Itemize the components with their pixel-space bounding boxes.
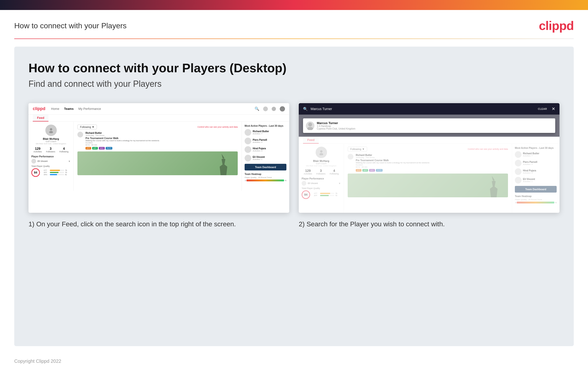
search-input-text-2[interactable]: Marcus Turner [311,107,535,111]
clear-button-2[interactable]: CLEAR [538,107,547,110]
quality-score-1: 84 [31,168,40,177]
search-icon[interactable]: 🔍 [255,107,259,111]
svg-point-4 [320,150,323,153]
tag-ott-1: OTT [86,147,91,149]
app-logo-1: clippd [33,106,45,111]
search-result-info-2: Marcus Turner 1-5 Handicap Cypress Point… [317,121,355,130]
feed-tab-2: Feed [303,137,319,144]
profile-club-2: Mill Ride Golf Club, United Kingdom [302,165,341,167]
panel-2: 🔍 Marcus Turner CLEAR ✕ Marcus Turner 1-… [299,103,560,229]
pp-select-2: Eli Vincent [308,182,337,184]
quality-score-2: 84 [302,190,310,199]
svg-point-3 [307,127,313,130]
search-result-sub2-2: Cypress Point Club, United Kingdom [317,128,355,130]
app-left-panel-1: Blair McHarg Golf Coach Mill Ride Golf C… [28,122,74,191]
tag-putt-1: PUTT [106,147,112,149]
bar-app-1: APP 70 [44,172,67,173]
tag-arg-1: ARG [99,147,105,149]
svg-point-2 [308,123,312,127]
player-perf-avatar-1 [31,159,36,164]
search-result-item[interactable]: Marcus Turner 1-5 Handicap Cypress Point… [303,118,555,133]
profile-stats-1: 129Activities 3Followers 4Following [31,147,70,153]
list-name-3: Hiral Pujara [253,147,266,150]
header-divider [14,38,574,39]
app-right-2: Most Active Players - Last 30 days Richa… [512,144,560,213]
app-body-1: Blair McHarg Golf Coach Mill Ride Golf C… [28,122,289,191]
caption-2: 2) Search for the Player you wish to con… [299,220,560,229]
player-perf-select-1[interactable]: Eli Vincent [37,160,67,162]
app-right-panel-1: Most Active Players - Last 30 days Richa… [242,122,289,191]
pp-avatar-2 [302,181,306,186]
activity-desc-1: Walking the course with my coach to buil… [86,139,160,142]
app-middle-2: Following ▼ Control who can see your act… [344,144,512,213]
profile-name-2: Blair McHarg [302,159,341,162]
dimmed-app-body-2: Feed Blair McHarg Golf Coach Mill Ri [299,137,560,213]
duration-label-1: Duration [86,142,160,144]
list-act-2: Activities: 4 [253,141,267,143]
copyright-text: Copyright Clippd 2022 [14,359,61,364]
top-gradient-bar [0,0,588,10]
activities-count-1: 129 [34,147,42,150]
dropdown-arrow-1[interactable]: ▼ [68,160,70,163]
list-avatar-3 [245,146,251,153]
list-act-1: Activities: 7 [253,133,269,135]
nav-link-teams[interactable]: Teams [64,107,74,110]
settings-icon[interactable] [272,107,276,111]
main-content-area: How to connect with your Players (Deskto… [14,46,574,346]
activity-sub-1: Yesterday · The Grove [86,134,160,137]
profile-role-2: Golf Coach [302,162,341,165]
quality-bars-2: OTT79 APP70 [314,193,337,197]
nav-link-myperformance[interactable]: My Performance [78,107,101,110]
most-active-title-1: Most Active Players - Last 30 days [245,125,286,127]
team-heatmap-title-1: Team Heatmap [245,173,286,175]
app-body-2: Blair McHarg Golf Coach Mill Ride Golf C… [299,144,560,213]
quality-label-1: Total Player Quality [31,165,70,167]
close-button-2[interactable]: ✕ [552,106,555,111]
profile-card-2: Blair McHarg Golf Coach Mill Ride Golf C… [302,147,341,175]
list-act-3: Activities: 3 [253,150,266,152]
search-result-sub1-2: 1-5 Handicap [317,125,355,128]
team-dashboard-btn-1[interactable]: Team Dashboard [245,164,286,170]
bar-ott-1: OTT 79 [44,169,67,171]
avatar-1 [45,125,57,136]
profile-card-1: Blair McHarg Golf Coach Mill Ride Golf C… [31,125,70,153]
list-act-4: Activities: 1 [253,158,265,160]
list-item-4: Eli VincentActivities: 1 [245,155,286,161]
avatar-icon[interactable] [280,106,285,111]
following-button-1[interactable]: Following ▼ [77,125,97,129]
control-link-1[interactable]: Control who can see your activity and da… [197,126,238,128]
quality-display-2: 84 OTT79 APP70 [302,190,341,199]
tag-row-1: OTT APP ARG PUTT [86,147,160,149]
app-left-2: Blair McHarg Golf Coach Mill Ride Golf C… [299,144,344,213]
footer: Copyright Clippd 2022 [0,354,588,368]
user-icon[interactable] [263,107,268,111]
heatmap-bar-1: -5 +5 [245,179,286,181]
heatmap-sub-1: Player Quality - 20 Round Trend [245,176,286,179]
search-result-name-2: Marcus Turner [317,121,355,125]
profile-role-1: Golf Coach [31,140,70,143]
nav-link-home[interactable]: Home [51,107,59,110]
main-subheading: Find and connect with your Players [28,79,560,89]
duration-value-1: 02 hr : 00 min [86,144,160,146]
tag-app-1: APP [92,147,98,149]
svg-point-5 [319,153,323,155]
screenshot-frame-1: clippd Home Teams My Performance 🔍 [28,103,289,213]
quality-bars-1: OTT 79 APP 70 ARG [44,169,67,176]
list-item-2: Piers ParnellActivities: 4 [245,138,286,144]
search-dropdown-area: Marcus Turner 1-5 Handicap Cypress Point… [299,115,560,137]
list-name-1: Richard Butler [253,130,269,133]
activity-card-1: Richard Butler Yesterday · The Grove Pre… [77,132,238,149]
app-nav-right-1: 🔍 [255,106,285,111]
following-count-1: 4 [59,147,68,150]
panel-1: clippd Home Teams My Performance 🔍 [28,103,289,229]
golf-image-1 [77,151,238,175]
page-title: How to connect with your Players [14,21,127,30]
golf-image-2 [348,174,508,197]
panels-container: clippd Home Teams My Performance 🔍 [28,103,560,229]
svg-point-0 [50,128,52,130]
activity-avatar-1 [77,132,83,138]
profile-club-1: Mill Ride Golf Club, United Kingdom [31,143,70,145]
app-nav-dark-2: 🔍 Marcus Turner CLEAR ✕ [299,103,560,115]
feed-tab-1[interactable]: Feed [33,115,48,121]
app-nav-links-1: Home Teams My Performance [51,107,101,110]
